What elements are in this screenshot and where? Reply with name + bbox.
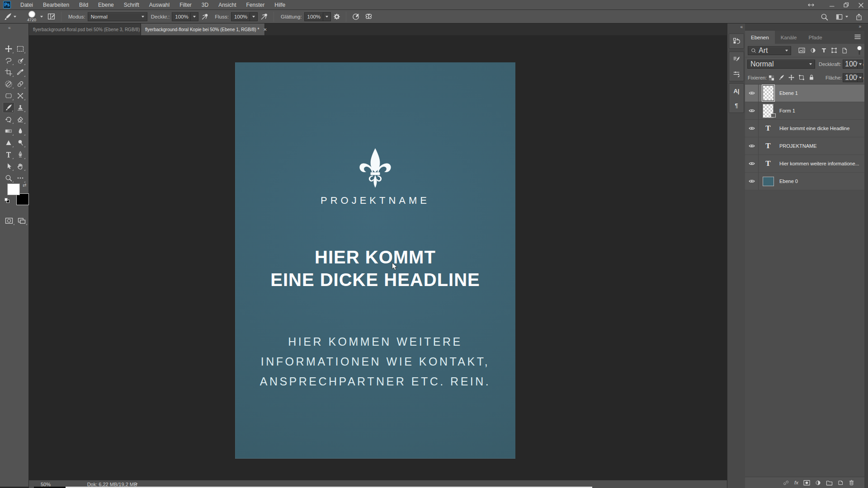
opacity-value[interactable]: 100% [172, 12, 191, 21]
move-tool[interactable] [3, 43, 14, 54]
layer-thumbnail[interactable]: T [759, 124, 778, 133]
spot-healing-brush-tool[interactable] [3, 79, 14, 89]
restore-button[interactable] [839, 0, 854, 10]
link-layers-icon[interactable] [783, 479, 789, 486]
layer-row-3[interactable]: TPROJEKTNAME [745, 137, 864, 155]
tab-ebenen[interactable]: Ebenen [745, 31, 775, 44]
layer-row-2[interactable]: THier kommt eine dicke Headline [745, 120, 864, 137]
document-tab-inactive[interactable]: flyerbackground-floral.psd bei 50% (Eben… [29, 23, 141, 35]
smoothing-value[interactable]: 100% [304, 12, 323, 21]
new-adjustment-layer-icon[interactable] [815, 480, 821, 486]
lasso-tool[interactable] [3, 55, 14, 66]
filter-smart-objects-icon[interactable] [842, 47, 847, 54]
visibility-eye-icon[interactable] [745, 120, 759, 137]
layer-row-0[interactable]: Ebene 1 [745, 84, 864, 102]
add-layer-mask-icon[interactable] [803, 480, 810, 486]
new-layer-icon[interactable] [838, 480, 844, 486]
tool-preset-picker[interactable] [4, 13, 16, 21]
path-selection-tool[interactable] [3, 161, 14, 172]
collapse-dock-icon[interactable]: » [859, 24, 861, 29]
status-options-chevron[interactable]: > [135, 481, 137, 486]
search-icon[interactable] [821, 13, 828, 21]
lock-transparency-icon[interactable] [769, 75, 774, 83]
lock-artboard-icon[interactable] [798, 75, 805, 80]
brush-picker-chevron-icon[interactable] [40, 16, 43, 18]
layer-row-1[interactable]: Form 1 [745, 102, 864, 120]
layer-filter-type-select[interactable]: Art [748, 46, 791, 55]
lock-pixels-brush-icon[interactable] [778, 75, 784, 80]
eyedropper-tool[interactable] [14, 67, 26, 78]
visibility-eye-icon[interactable] [745, 155, 759, 173]
panel-menu-icon[interactable] [854, 34, 861, 39]
default-colors-icon[interactable] [5, 198, 9, 203]
workspace-switcher[interactable] [835, 14, 848, 20]
dodge-tool[interactable] [14, 137, 26, 148]
flow-chevron[interactable] [250, 12, 258, 21]
layer-thumbnail[interactable] [759, 104, 778, 118]
menu-bearbeiten[interactable]: Bearbeiten [38, 0, 74, 10]
menu-ansicht[interactable]: Ansicht [213, 0, 241, 10]
eraser-tool[interactable] [14, 114, 26, 125]
layer-filter-toggle[interactable] [857, 46, 862, 57]
delete-layer-trash-icon[interactable] [849, 479, 854, 486]
marquee-tool[interactable] [14, 43, 26, 54]
brush-settings-panel-icon[interactable] [729, 52, 744, 66]
share-icon[interactable] [855, 13, 863, 21]
layer-row-4[interactable]: THier kommen weitere informatione... [745, 155, 864, 173]
content-aware-move-tool[interactable] [14, 90, 26, 101]
paint-symmetry-butterfly-icon[interactable] [364, 13, 373, 20]
filter-pixel-layers-icon[interactable] [798, 47, 805, 53]
foreground-color-swatch[interactable] [7, 183, 20, 195]
menu-bild[interactable]: Bild [74, 0, 93, 10]
lock-all-icon[interactable] [809, 74, 814, 80]
menu-ebene[interactable]: Ebene [93, 0, 119, 10]
blend-mode-select[interactable]: Normal [88, 12, 147, 21]
layer-row-5[interactable]: Ebene 0 [745, 173, 864, 190]
layer-opacity-chevron[interactable] [858, 60, 863, 69]
character-panel-icon[interactable]: A| [729, 84, 744, 98]
lock-position-icon[interactable] [788, 75, 794, 80]
layer-fill-value[interactable]: 100% [843, 73, 858, 82]
brush-pressure-size-icon[interactable] [352, 13, 360, 21]
menu-3d[interactable]: 3D [197, 0, 213, 10]
brush-preset-picker[interactable]: 4720 [25, 11, 38, 22]
tab-kanaele[interactable]: Kanäle [775, 31, 803, 44]
history-brush-tool[interactable] [3, 114, 14, 125]
smoothing-chevron[interactable] [323, 12, 331, 21]
opacity-chevron[interactable] [191, 12, 198, 21]
menu-fenster[interactable]: Fenster [241, 0, 270, 10]
layer-thumbnail[interactable]: T [759, 141, 778, 150]
close-button[interactable] [854, 0, 868, 10]
layer-thumbnail[interactable] [759, 85, 778, 101]
expand-panels-icon[interactable]: « [740, 24, 742, 29]
hand-tool[interactable] [14, 161, 26, 172]
patch-tool[interactable] [3, 90, 14, 101]
paragraph-panel-icon[interactable]: ¶ [729, 98, 744, 113]
airbrush-icon[interactable] [260, 13, 268, 21]
opacity-pressure-icon[interactable] [201, 13, 209, 21]
collapse-tools-icon[interactable]: « [8, 25, 10, 30]
minimize-button[interactable] [825, 0, 839, 10]
quick-mask-icon[interactable] [3, 215, 15, 226]
menu-schrift[interactable]: Schrift [119, 0, 144, 10]
filter-type-layers-icon[interactable] [821, 47, 827, 53]
document-tab-active[interactable]: flyerbackground-floral Kopie bei 50% (Eb… [141, 23, 265, 35]
screen-mode-icon[interactable] [15, 215, 28, 226]
resize-handle-icon[interactable] [804, 0, 818, 10]
quick-selection-tool[interactable] [14, 55, 26, 66]
filter-shape-layers-icon[interactable] [831, 47, 837, 53]
gradient-tool[interactable] [3, 126, 14, 136]
flyer-canvas[interactable]: PROJEKTNAME HIER KOMMT EINE DICKE HEADLI… [235, 62, 515, 459]
visibility-eye-icon[interactable] [745, 102, 759, 120]
history-panel-icon[interactable] [729, 34, 744, 48]
sharpen-tool[interactable] [3, 137, 14, 148]
menu-auswahl[interactable]: Auswahl [144, 0, 175, 10]
canvas-pasteboard[interactable]: PROJEKTNAME HIER KOMMT EINE DICKE HEADLI… [29, 35, 727, 480]
type-tool[interactable] [3, 149, 14, 160]
pen-tool[interactable] [14, 149, 26, 160]
layer-thumbnail[interactable]: T [759, 159, 778, 168]
filter-adjustment-layers-icon[interactable] [810, 47, 816, 53]
layer-opacity-value[interactable]: 100% [843, 60, 858, 69]
more-tools-ellipsis-icon[interactable] [14, 173, 26, 183]
clone-stamp-tool[interactable] [14, 102, 26, 113]
